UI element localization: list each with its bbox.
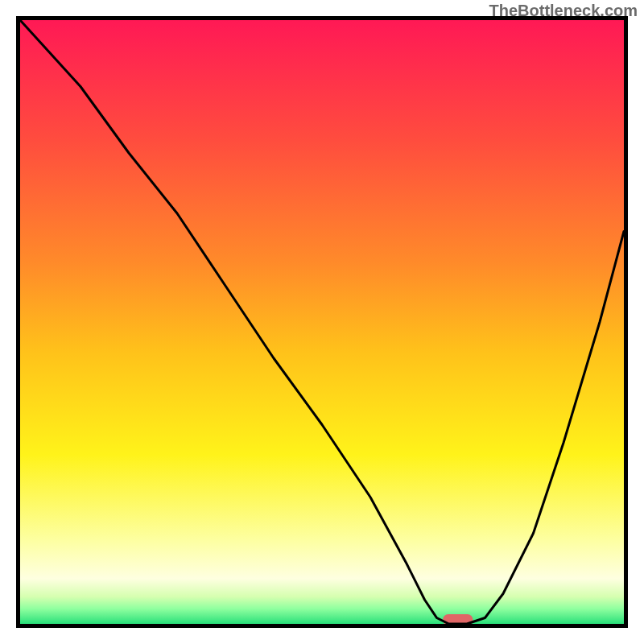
watermark-label: TheBottleneck.com [489,2,638,20]
chart-container: TheBottleneck.com [0,0,644,644]
bottleneck-chart [0,0,644,644]
